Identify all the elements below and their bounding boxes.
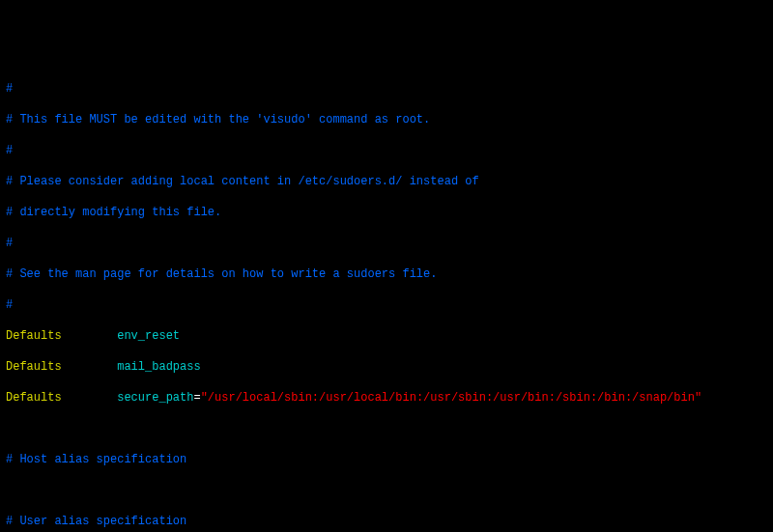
comment: # (6, 144, 13, 157)
terminal-editor[interactable]: # # This file MUST be edited with the 'v… (6, 66, 767, 532)
defaults-value: mail_badpass (117, 360, 200, 374)
comment: # Host alias specification (6, 453, 186, 466)
comment: # (6, 298, 13, 312)
comment: # See the man page for details on how to… (6, 267, 437, 281)
comment: # directly modifying this file. (6, 206, 221, 219)
comment: # This file MUST be edited with the 'vis… (6, 113, 430, 126)
defaults-keyword: Defaults (6, 391, 62, 405)
comment: # (6, 82, 13, 96)
comment: # User alias specification (6, 515, 186, 528)
defaults-path: "/usr/local/sbin:/usr/local/bin:/usr/sbi… (201, 391, 701, 405)
defaults-keyword: Defaults (6, 329, 62, 343)
defaults-value: env_reset (117, 329, 180, 343)
comment: # (6, 237, 13, 250)
defaults-keyword: Defaults (6, 360, 62, 374)
defaults-value: secure_path (117, 391, 193, 405)
comment: # Please consider adding local content i… (6, 175, 479, 188)
